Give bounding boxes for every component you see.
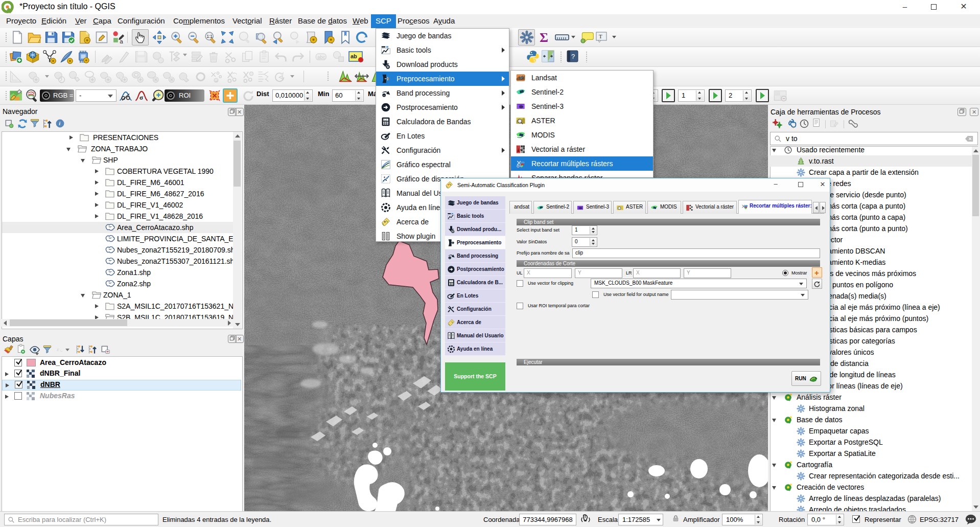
svg-text:ab: ab — [351, 53, 357, 59]
svg-text:ε: ε — [57, 346, 59, 352]
svg-text:T: T — [599, 33, 602, 39]
svg-text:a: a — [120, 38, 123, 44]
svg-text:?: ? — [571, 53, 575, 60]
svg-text:abc: abc — [317, 55, 325, 60]
svg-text:i: i — [59, 121, 60, 126]
svg-text:σ: σ — [139, 94, 143, 101]
svg-text:1+2: 1+2 — [383, 119, 387, 121]
